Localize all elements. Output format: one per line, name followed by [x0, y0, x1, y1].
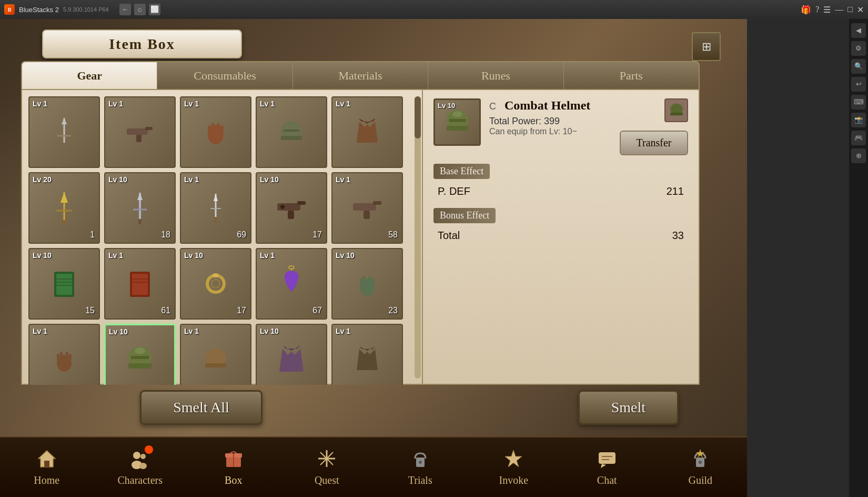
svg-point-44 [211, 280, 220, 288]
smelt-all-button[interactable]: Smelt All [140, 390, 263, 425]
help-icon[interactable]: ? [815, 5, 819, 14]
item-slot[interactable]: Lv 1 61 [104, 248, 176, 320]
item-box: Item Box ⊞ Gear Consumables Materials Ru… [21, 29, 721, 461]
restore-icon[interactable]: □ [847, 5, 853, 14]
sword-icon [46, 114, 83, 151]
home-button[interactable]: ⌂ [134, 4, 146, 15]
sidebar-btn-4[interactable]: ↩ [851, 77, 866, 92]
item-slot[interactable]: Lv 1 [180, 324, 251, 385]
combat-helmet-icon [122, 341, 158, 378]
transfer-button[interactable]: Transfer [620, 131, 688, 155]
home-nav-label: Home [34, 474, 59, 486]
sidebar-btn-7[interactable]: 🎮 [851, 131, 866, 145]
nav-characters[interactable]: Characters [94, 448, 187, 486]
item-slot[interactable]: Lv 20 1 [28, 172, 100, 244]
sidebar-btn-8[interactable]: ⊕ [851, 148, 866, 163]
bonus-stat-name: Total [438, 230, 460, 242]
svg-rect-28 [297, 201, 306, 205]
item-slot[interactable]: Lv 1 [104, 96, 176, 168]
quest-nav-icon [316, 448, 337, 469]
scroll-bar[interactable] [415, 96, 421, 379]
back-button[interactable]: ← [119, 4, 131, 15]
sidebar-btn-5[interactable]: ⌨ [851, 95, 866, 110]
grid-view-icon[interactable]: ⊞ [692, 32, 721, 61]
svg-rect-49 [360, 278, 362, 285]
svg-rect-4 [127, 128, 148, 135]
item-grade: C [489, 101, 496, 112]
nav-quest[interactable]: Quest [280, 448, 374, 486]
game-area: Item Box ⊞ Gear Consumables Materials Ru… [0, 19, 747, 497]
app-version: 5.9.300.1014 P64 [63, 6, 109, 13]
item-slot[interactable]: Lv 10 23 [331, 248, 403, 320]
guild-nav-label: Guild [688, 474, 712, 486]
nav-guild[interactable]: Guild [654, 448, 748, 486]
svg-rect-50 [363, 276, 366, 284]
tab-materials[interactable]: Materials [293, 62, 428, 89]
item-slot[interactable]: Lv 1 [28, 96, 100, 168]
svg-marker-22 [137, 193, 143, 200]
svg-rect-13 [281, 136, 302, 140]
dagger-icon [197, 190, 234, 226]
item-slot[interactable]: Lv 10 15 [28, 248, 100, 320]
gift-icon[interactable]: 🎁 [801, 5, 811, 15]
tab-runes[interactable]: Runes [428, 62, 563, 89]
svg-rect-14 [284, 130, 299, 132]
item-slot[interactable]: Lv 1 [28, 324, 100, 385]
item-total-power: Total Power: 399 [489, 116, 611, 127]
minimize-icon[interactable]: — [835, 5, 843, 14]
sidebar-btn-3[interactable]: 🔍 [851, 59, 866, 74]
bonus-effect-header: Bonus Effect [433, 208, 496, 223]
item-slot[interactable]: Lv 10 17 [180, 248, 251, 320]
item-slot[interactable]: Lv 1 69 [180, 172, 251, 244]
item-grid-area: Lv 1 Lv 1 [22, 90, 422, 385]
home-nav-icon [36, 448, 57, 469]
item-slot[interactable]: Lv 10 18 [104, 172, 176, 244]
chat-nav-icon [597, 448, 618, 469]
base-effect-section: Base Effect P. DEF 211 [433, 164, 688, 200]
bonus-stat-value: 33 [672, 230, 684, 242]
scroll-thumb[interactable] [415, 96, 421, 138]
close-icon[interactable]: ✕ [857, 5, 864, 15]
nav-trials[interactable]: Trials [374, 448, 467, 486]
menu-icon[interactable]: ☰ [823, 5, 831, 15]
item-slot[interactable]: Lv 1 [331, 96, 403, 168]
base-stat-value: 211 [667, 185, 684, 197]
app-name: BlueStacks 2 [19, 6, 59, 14]
ring-icon [197, 265, 234, 302]
svg-point-91 [699, 461, 702, 464]
invoke-nav-label: Invoke [499, 474, 528, 486]
item-slot-selected[interactable]: Lv 10 [104, 324, 176, 385]
base-stat-row: P. DEF 211 [433, 183, 688, 200]
main-content: Lv 1 Lv 1 [21, 90, 700, 385]
svg-rect-86 [599, 452, 615, 464]
item-slot[interactable]: Lv 1 [256, 96, 327, 168]
svg-marker-26 [214, 194, 218, 201]
smelt-button[interactable]: Smelt [578, 390, 679, 425]
nav-home[interactable]: Home [0, 448, 94, 486]
svg-rect-31 [353, 203, 376, 211]
sidebar-btn-2[interactable]: ⚙ [851, 41, 866, 56]
base-effect-header: Base Effect [433, 164, 490, 179]
pendant-icon [273, 265, 310, 302]
pistol2-icon [349, 190, 386, 226]
sidebar-btn-1[interactable]: ◀ [851, 23, 866, 38]
item-slot[interactable]: Lv 10 [256, 324, 327, 385]
item-slot[interactable]: Lv 1 [331, 324, 403, 385]
tab-parts[interactable]: Parts [564, 62, 699, 89]
nav-chat[interactable]: Chat [560, 448, 654, 486]
detail-header: Lv 10 C Combat Helmet Tot [433, 98, 688, 155]
item-slot[interactable]: Lv 10 17 [256, 172, 327, 244]
nav-invoke[interactable]: Invoke [467, 448, 561, 486]
sidebar-btn-6[interactable]: 📸 [851, 113, 866, 127]
item-level-req: Can equip from Lv: 10~ [489, 127, 611, 136]
svg-rect-21 [138, 219, 142, 224]
item-slot[interactable]: Lv 1 [180, 96, 251, 168]
svg-rect-10 [217, 123, 220, 132]
tab-gear[interactable]: Gear [22, 62, 157, 89]
item-slot[interactable]: Lv 1 58 [331, 172, 403, 244]
tab-consumables[interactable]: Consumables [157, 62, 292, 89]
robe-icon [349, 114, 386, 151]
item-slot[interactable]: Lv 1 67 [256, 248, 327, 320]
capture-button[interactable]: ⬜ [149, 4, 160, 15]
nav-box[interactable]: Box [187, 448, 280, 486]
